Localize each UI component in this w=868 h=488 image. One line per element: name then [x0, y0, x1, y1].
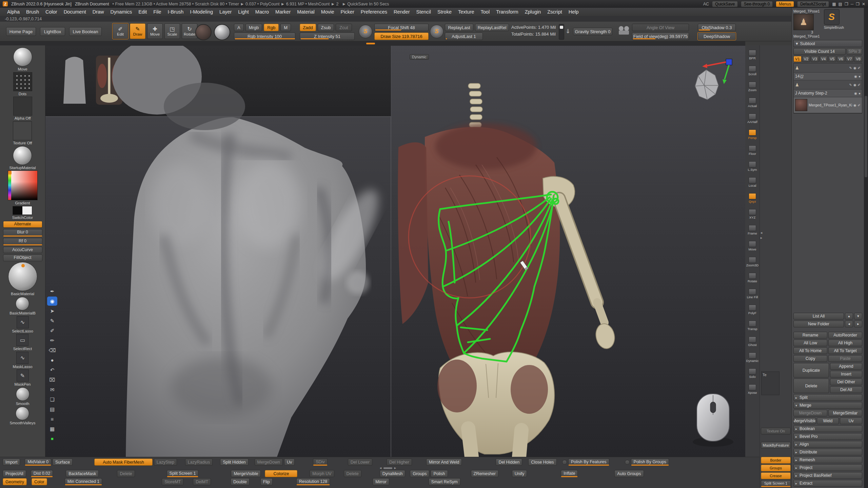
del-higher-button[interactable]: Del Higher: [387, 459, 412, 466]
live-boolean-button[interactable]: Live Boolean: [69, 27, 102, 36]
menu-item[interactable]: Stroke: [434, 8, 455, 15]
paste-button[interactable]: Paste: [828, 355, 862, 362]
gravity-direction-widget[interactable]: [559, 24, 564, 40]
list-icon[interactable]: ≡: [47, 414, 57, 424]
dynamesh-button[interactable]: DynaMesh: [380, 470, 406, 477]
subtool-view-tab[interactable]: V6: [837, 56, 845, 62]
replay-last-button[interactable]: ReplayLast: [445, 24, 473, 31]
append-button[interactable]: Append: [830, 363, 862, 370]
split-screen-slider[interactable]: Split Screen 1: [167, 470, 199, 477]
duplicate-button[interactable]: Duplicate: [793, 363, 829, 378]
lazystep-slider[interactable]: LazyStep: [154, 459, 177, 466]
menu-item[interactable]: I-Brush: [165, 8, 187, 15]
polish-by-features-slider[interactable]: Polish By Features: [568, 459, 609, 466]
inflate-slider[interactable]: Inflate: [561, 470, 578, 477]
texture-on-button[interactable]: Texture On: [761, 428, 791, 434]
menus-button[interactable]: Menus: [776, 1, 794, 7]
polish-groups-dot[interactable]: [625, 460, 630, 465]
dock-scroll-right-icon[interactable]: ►: [394, 466, 397, 470]
collapsed-palette[interactable]: Te: [761, 371, 780, 395]
scroll-button[interactable]: Scroll: [746, 63, 759, 79]
colorize-button[interactable]: Colorize: [265, 470, 297, 477]
subtool-view-tab[interactable]: V4: [820, 56, 828, 62]
copy-button[interactable]: Copy: [793, 355, 827, 362]
boolean-section-button[interactable]: Boolean: [793, 425, 862, 432]
unify-button[interactable]: Unify: [512, 470, 527, 477]
sdiv-slider[interactable]: SDiv: [313, 459, 327, 466]
border-button[interactable]: Border: [761, 457, 791, 464]
geometry-button[interactable]: Geometry: [3, 478, 27, 485]
menu-item[interactable]: Transform: [493, 8, 521, 15]
del-other-button[interactable]: Del Other: [830, 379, 862, 385]
zremesher-button[interactable]: ZRemesher: [471, 470, 498, 477]
dock-scroll-left-icon[interactable]: ◄: [379, 466, 382, 470]
delete-button[interactable]: Delete: [117, 470, 135, 477]
morph-uv-button[interactable]: Morph UV: [310, 470, 334, 477]
crease-button[interactable]: Crease: [761, 472, 791, 479]
uv-row1-button[interactable]: Uv: [284, 459, 295, 466]
zcut-button[interactable]: Zcut: [336, 24, 352, 31]
pen-icon[interactable]: ✎: [47, 316, 57, 325]
remesh-section-button[interactable]: Remesh: [793, 456, 862, 463]
rf-slider[interactable]: Rf 0: [3, 237, 42, 245]
maximize-icon[interactable]: ❒: [856, 2, 860, 6]
draw-size-slider[interactable]: Draw Size 119.78716: [374, 33, 429, 40]
folder-right-button[interactable]: ►: [854, 321, 862, 327]
menu-item[interactable]: Brush: [23, 8, 42, 15]
split-hidden-button[interactable]: Split Hidden: [220, 459, 248, 466]
mask-pen-thumb[interactable]: MaskPen: [15, 369, 31, 387]
resolution-slider[interactable]: Resolution 128: [296, 478, 330, 485]
line-fill-button[interactable]: Line Fill: [746, 286, 759, 302]
subtool-folder-item[interactable]: 14강 ◉ ●: [794, 73, 862, 80]
mrgb-button[interactable]: Mrgb: [245, 24, 262, 31]
blur-slider[interactable]: Blur 0: [3, 228, 42, 237]
subtool-view-tab[interactable]: V2: [802, 56, 810, 62]
fillobject-button[interactable]: FillObject: [3, 254, 42, 261]
midvalue-slider[interactable]: MidValue 0: [25, 459, 51, 466]
mask-by-feature-button[interactable]: MaskByFeature: [761, 442, 791, 449]
subtool-down-button[interactable]: ▼: [854, 313, 862, 320]
menu-item[interactable]: Alpha: [4, 8, 23, 15]
new-folder-button[interactable]: New Folder: [793, 321, 844, 327]
subtool-view-tab[interactable]: V8: [854, 56, 862, 62]
mergedown-row1-button[interactable]: MergeDown: [255, 459, 283, 466]
lightbox-button[interactable]: LightBox: [40, 27, 65, 36]
close-holes-button[interactable]: Close Holes: [528, 459, 556, 466]
auto-mask-fibermesh-button[interactable]: Auto Mask FiberMesh: [94, 459, 153, 466]
startup-material-thumb[interactable]: StartupMaterial: [9, 146, 36, 170]
folder-left-button[interactable]: ◄: [845, 321, 853, 327]
menu-item[interactable]: Zscript: [544, 8, 565, 15]
menu-item[interactable]: Light: [235, 8, 252, 15]
note-icon[interactable]: ✉: [47, 385, 57, 394]
zoom3d-button[interactable]: Zoom3D: [746, 254, 759, 270]
alpha-toggle-button[interactable]: A: [234, 24, 244, 31]
pencil-icon[interactable]: ✏: [47, 336, 57, 345]
del-lower-button[interactable]: Del Lower: [348, 459, 372, 466]
replay-stroke-icon[interactable]: S: [430, 25, 443, 38]
polyf-button[interactable]: PolyF: [746, 302, 759, 318]
pen-alt-icon[interactable]: ✐: [47, 326, 57, 335]
min-connected-slider[interactable]: Min Connected 1: [65, 478, 102, 485]
scale-mode-button[interactable]: ◳ Scale: [164, 23, 180, 39]
simplebrush-thumbnail[interactable]: S: [824, 9, 840, 25]
dots-stroke-thumb[interactable]: Dots: [13, 72, 32, 96]
minimize-icon[interactable]: ─: [851, 2, 854, 6]
see-through-slider[interactable]: See-through 0: [741, 1, 773, 7]
zsub-button[interactable]: Zsub: [318, 24, 334, 31]
extract-section-button[interactable]: Extract: [793, 480, 862, 487]
alternate-button[interactable]: Alternate: [3, 220, 42, 228]
menu-item[interactable]: Preferences: [358, 8, 390, 15]
transp-button[interactable]: Transp: [746, 318, 759, 333]
menu-item[interactable]: Material: [294, 8, 318, 15]
menu-item[interactable]: Movie: [318, 8, 337, 15]
zadd-button[interactable]: Zadd: [300, 24, 316, 31]
texture-off-thumb[interactable]: Texture Off: [13, 121, 32, 145]
quicksave-button[interactable]: QuickSave: [712, 1, 738, 7]
select-lasso-thumb[interactable]: SelectLasso: [12, 316, 33, 333]
menu-item[interactable]: I-Modeling: [187, 8, 216, 15]
eye-icon[interactable]: ◉: [47, 297, 57, 306]
material-well[interactable]: [195, 24, 212, 40]
spix-slider[interactable]: SPix 3: [847, 48, 862, 55]
menu-item[interactable]: Help: [566, 8, 582, 15]
basic-material-b-thumb[interactable]: BasicMaterialB: [9, 297, 36, 316]
